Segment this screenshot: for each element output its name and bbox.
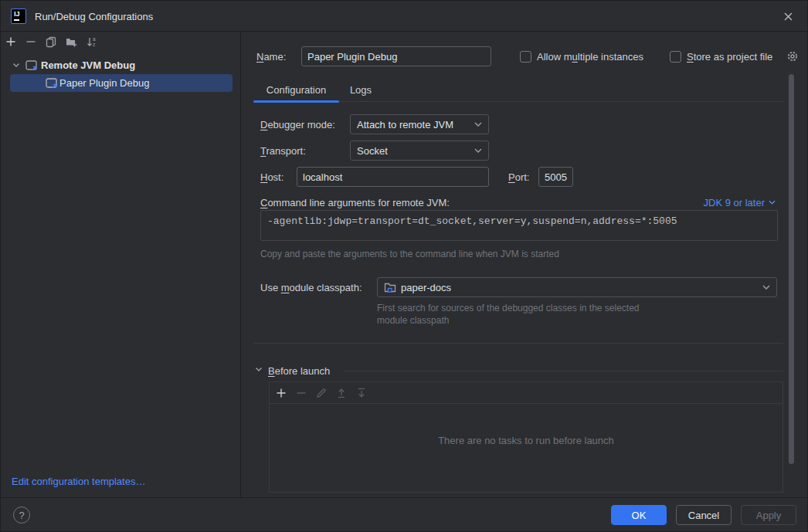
module-classpath-hint: First search for sources of the debugged… bbox=[377, 302, 661, 327]
cmdline-arguments-field[interactable]: -agentlib:jdwp=transport=dt_socket,serve… bbox=[260, 210, 778, 241]
move-down-icon bbox=[355, 387, 368, 399]
module-classpath-label: Use module classpath: bbox=[260, 277, 362, 297]
remove-configuration-button[interactable] bbox=[25, 36, 37, 48]
cancel-button[interactable]: Cancel bbox=[676, 505, 732, 525]
tab-bar: Configuration Logs bbox=[253, 78, 783, 102]
allow-multiple-instances-label[interactable]: Allow multiple instances bbox=[537, 46, 643, 66]
dialog-footer: ? OK Cancel Apply bbox=[1, 497, 807, 532]
store-as-project-file-settings-button[interactable] bbox=[786, 49, 800, 63]
svg-text:z: z bbox=[93, 42, 95, 47]
tab-logs[interactable]: Logs bbox=[339, 78, 382, 102]
sidebar-toolbar: a z bbox=[5, 36, 97, 48]
module-icon bbox=[384, 282, 396, 293]
tree-group-remote-jvm-debug[interactable]: Remote JVM Debug bbox=[1, 56, 241, 74]
chevron-down-icon bbox=[769, 200, 776, 205]
before-launch-collapse-button[interactable] bbox=[255, 367, 263, 372]
remove-icon bbox=[295, 387, 307, 399]
copy-configuration-button[interactable] bbox=[45, 36, 57, 48]
chevron-down-icon bbox=[474, 122, 482, 127]
apply-button[interactable]: Apply bbox=[741, 505, 796, 525]
help-button[interactable]: ? bbox=[13, 507, 30, 524]
tab-configuration[interactable]: Configuration bbox=[253, 78, 339, 102]
tree-item-paper-plugin-debug[interactable]: Paper Plugin Debug bbox=[10, 74, 233, 92]
name-input[interactable] bbox=[301, 46, 491, 66]
cmdline-arguments-hint: Copy and paste the arguments to the comm… bbox=[260, 249, 559, 259]
before-launch-header-rule bbox=[343, 371, 783, 371]
store-as-project-file-label[interactable]: Store as project file bbox=[687, 46, 772, 66]
host-label: Host: bbox=[260, 167, 283, 187]
new-folder-button[interactable] bbox=[65, 36, 77, 48]
module-classpath-select[interactable]: paper-docs bbox=[377, 277, 777, 297]
sort-alpha-icon: a z bbox=[85, 36, 97, 48]
allow-multiple-instances-checkbox[interactable] bbox=[520, 51, 531, 63]
name-label: Name: bbox=[256, 46, 286, 66]
sort-configurations-button[interactable]: a z bbox=[85, 36, 97, 48]
debugger-mode-label: Debugger mode: bbox=[260, 114, 335, 134]
help-icon: ? bbox=[19, 510, 24, 521]
add-configuration-button[interactable] bbox=[5, 36, 17, 48]
debugger-mode-select[interactable]: Attach to remote JVM bbox=[350, 114, 489, 134]
add-icon bbox=[5, 36, 17, 48]
ok-button[interactable]: OK bbox=[611, 505, 667, 525]
intellij-logo-icon: IJ bbox=[11, 8, 26, 24]
tree-group-label: Remote JVM Debug bbox=[41, 59, 135, 71]
add-icon bbox=[275, 387, 287, 399]
tree-item-label: Paper Plugin Debug bbox=[59, 77, 149, 89]
port-input[interactable] bbox=[538, 167, 573, 187]
close-icon bbox=[783, 12, 793, 22]
remove-task-button[interactable] bbox=[295, 387, 307, 399]
dialog-title: Run/Debug Configurations bbox=[35, 1, 153, 32]
configurations-sidebar: a z Remote JVM Debug bbox=[1, 32, 241, 497]
before-launch-toolbar bbox=[270, 382, 783, 404]
svg-text:a: a bbox=[93, 36, 96, 42]
remote-config-icon bbox=[25, 60, 38, 71]
before-launch-title[interactable]: Before launch bbox=[268, 361, 330, 381]
before-launch-tasks-panel: There are no tasks to run before launch bbox=[269, 381, 783, 493]
port-label: Port: bbox=[508, 167, 529, 187]
remove-icon bbox=[25, 36, 37, 48]
active-tab-indicator bbox=[253, 100, 339, 103]
move-task-up-button[interactable] bbox=[335, 387, 348, 399]
title-bar: IJ Run/Debug Configurations bbox=[1, 1, 807, 32]
run-debug-configurations-dialog: IJ Run/Debug Configurations bbox=[0, 0, 808, 532]
before-launch-empty-text: There are no tasks to run before launch bbox=[270, 435, 783, 446]
chevron-down-icon bbox=[474, 148, 482, 153]
remote-config-icon bbox=[46, 78, 58, 89]
copy-icon bbox=[45, 36, 57, 48]
transport-select[interactable]: Socket bbox=[350, 141, 489, 161]
edit-pencil-icon bbox=[315, 387, 328, 399]
vertical-scrollbar[interactable] bbox=[789, 74, 794, 464]
host-input[interactable] bbox=[297, 167, 489, 187]
add-task-button[interactable] bbox=[275, 387, 287, 399]
move-up-icon bbox=[335, 387, 348, 399]
chevron-down-icon bbox=[12, 63, 20, 68]
close-button[interactable] bbox=[778, 7, 798, 25]
new-folder-icon bbox=[65, 36, 78, 48]
section-divider bbox=[253, 343, 783, 344]
edit-configuration-templates-link[interactable]: Edit configuration templates… bbox=[12, 476, 145, 487]
store-as-project-file-checkbox[interactable] bbox=[670, 51, 681, 63]
move-task-down-button[interactable] bbox=[355, 387, 368, 399]
transport-label: Transport: bbox=[260, 141, 306, 161]
chevron-down-icon bbox=[762, 285, 770, 290]
edit-task-button[interactable] bbox=[315, 387, 328, 399]
chevron-down-icon bbox=[255, 367, 263, 372]
gear-icon bbox=[786, 49, 800, 63]
